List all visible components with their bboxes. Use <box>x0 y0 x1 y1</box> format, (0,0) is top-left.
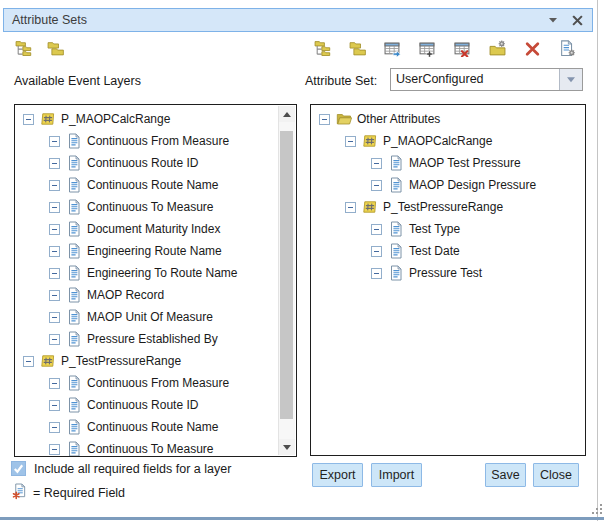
collapse-box[interactable] <box>49 312 60 323</box>
collapse-box[interactable] <box>371 268 382 279</box>
new-attribute-set-button[interactable] <box>488 41 506 59</box>
doc-icon <box>66 221 82 237</box>
export-button[interactable]: Export <box>312 463 363 487</box>
titlebar: Attribute Sets <box>3 8 593 32</box>
delete-attribute-set-button[interactable] <box>523 41 541 59</box>
tree-item[interactable]: MAOP Unit Of Measure <box>15 306 279 328</box>
expand-all-layers-button[interactable] <box>14 41 32 59</box>
doc-icon <box>66 309 82 325</box>
folder-new-icon <box>489 40 506 61</box>
attribute-set-value[interactable]: UserConfigured <box>391 69 559 90</box>
collapse-all-layers-button[interactable] <box>46 41 64 59</box>
close-button[interactable] <box>570 13 584 27</box>
scroll-down-button[interactable] <box>279 439 295 455</box>
collapse-box[interactable] <box>49 246 60 257</box>
tree-item[interactable]: Pressure Test <box>311 262 585 284</box>
tree-item[interactable]: P_TestPressureRange <box>311 196 585 218</box>
tree-item[interactable]: Other Attributes <box>311 108 585 130</box>
doc-icon <box>66 155 82 171</box>
attribute-set-properties-button[interactable] <box>558 41 576 59</box>
tree-item[interactable]: Engineering Route Name <box>15 240 279 262</box>
collapse-box[interactable] <box>49 290 60 301</box>
tree-item[interactable]: Continuous To Measure <box>15 438 279 456</box>
tree-item[interactable]: Continuous From Measure <box>15 372 279 394</box>
tree-item[interactable]: Continuous Route Name <box>15 416 279 438</box>
tree-item[interactable]: Continuous Route ID <box>15 394 279 416</box>
close-dialog-button[interactable]: Close <box>533 463 579 487</box>
tree-item[interactable]: Test Type <box>311 218 585 240</box>
collapse-box[interactable] <box>371 246 382 257</box>
collapse-box[interactable] <box>23 356 34 367</box>
doc-icon <box>388 243 404 259</box>
layer-icon <box>40 111 56 127</box>
scrollbar-thumb[interactable] <box>280 131 293 419</box>
tree-item[interactable]: Continuous Route ID <box>15 152 279 174</box>
tree-item[interactable]: Document Maturity Index <box>15 218 279 240</box>
save-button[interactable]: Save <box>485 463 526 487</box>
tree-item-label: Continuous From Measure <box>87 376 229 390</box>
tree-item-label: Continuous Route ID <box>87 156 198 170</box>
tree-item-label: Continuous From Measure <box>87 134 229 148</box>
doc-icon <box>66 419 82 435</box>
collapse-box[interactable] <box>49 444 60 455</box>
tree-item[interactable]: MAOP Design Pressure <box>311 174 585 196</box>
collapse-box[interactable] <box>371 180 382 191</box>
collapse-box[interactable] <box>345 202 356 213</box>
doc-icon <box>388 155 404 171</box>
required-field-legend: = Required Field <box>33 486 125 500</box>
collapse-box[interactable] <box>49 180 60 191</box>
add-table-button[interactable] <box>418 41 436 59</box>
open-table-button[interactable] <box>383 41 401 59</box>
tree-item[interactable]: P_MAOPCalcRange <box>15 108 279 130</box>
tree-item[interactable]: Continuous To Measure <box>15 196 279 218</box>
collapse-box[interactable] <box>49 224 60 235</box>
attribute-set-dropdown[interactable]: UserConfigured <box>390 68 583 91</box>
include-required-fields-checkbox[interactable] <box>11 461 26 476</box>
tree-item-label: Continuous To Measure <box>87 442 214 456</box>
tree-item-label: MAOP Test Pressure <box>409 156 521 170</box>
resize-grip[interactable] <box>590 502 604 516</box>
tree-item[interactable]: MAOP Record <box>15 284 279 306</box>
tree-item-label: Engineering To Route Name <box>87 266 238 280</box>
collapse-box[interactable] <box>371 158 382 169</box>
doc-icon <box>66 243 82 259</box>
tree-item[interactable]: P_TestPressureRange <box>15 350 279 372</box>
attribute-set-toolbar <box>313 41 576 59</box>
remove-table-button[interactable] <box>453 41 471 59</box>
collapse-box[interactable] <box>49 334 60 345</box>
collapse-box[interactable] <box>49 400 60 411</box>
collapse-box[interactable] <box>319 114 330 125</box>
tree-item[interactable]: Test Date <box>311 240 585 262</box>
dock-menu-button[interactable] <box>546 13 560 27</box>
expand-all-attributes-button[interactable] <box>313 41 331 59</box>
import-button[interactable]: Import <box>371 463 422 487</box>
tree-item[interactable]: MAOP Test Pressure <box>311 152 585 174</box>
expand-tree-icon <box>15 40 32 61</box>
collapse-box[interactable] <box>49 202 60 213</box>
vertical-scrollbar[interactable] <box>278 106 295 455</box>
dropdown-arrow-button[interactable] <box>559 69 582 90</box>
collapse-box[interactable] <box>49 136 60 147</box>
table-open-icon <box>384 40 401 61</box>
collapse-all-attributes-button[interactable] <box>348 41 366 59</box>
collapse-box[interactable] <box>371 224 382 235</box>
attribute-set-tree: Other AttributesP_MAOPCalcRangeMAOP Test… <box>311 105 585 284</box>
checkmark-icon <box>12 462 25 475</box>
collapse-box[interactable] <box>23 114 34 125</box>
tree-item[interactable]: Continuous From Measure <box>15 130 279 152</box>
tree-item-label: Pressure Test <box>409 266 482 280</box>
collapse-box[interactable] <box>49 422 60 433</box>
tree-item-label: MAOP Unit Of Measure <box>87 310 213 324</box>
collapse-box[interactable] <box>49 268 60 279</box>
tree-item[interactable]: Pressure Established By <box>15 328 279 350</box>
collapse-box[interactable] <box>345 136 356 147</box>
collapse-box[interactable] <box>49 378 60 389</box>
tree-item[interactable]: Continuous Route Name <box>15 174 279 196</box>
collapse-box[interactable] <box>49 158 60 169</box>
doc-icon <box>66 265 82 281</box>
tree-item[interactable]: P_MAOPCalcRange <box>311 130 585 152</box>
chevron-down-icon <box>566 76 576 83</box>
window-bottom-edge <box>0 517 604 520</box>
tree-item[interactable]: Engineering To Route Name <box>15 262 279 284</box>
scroll-up-button[interactable] <box>279 106 295 122</box>
